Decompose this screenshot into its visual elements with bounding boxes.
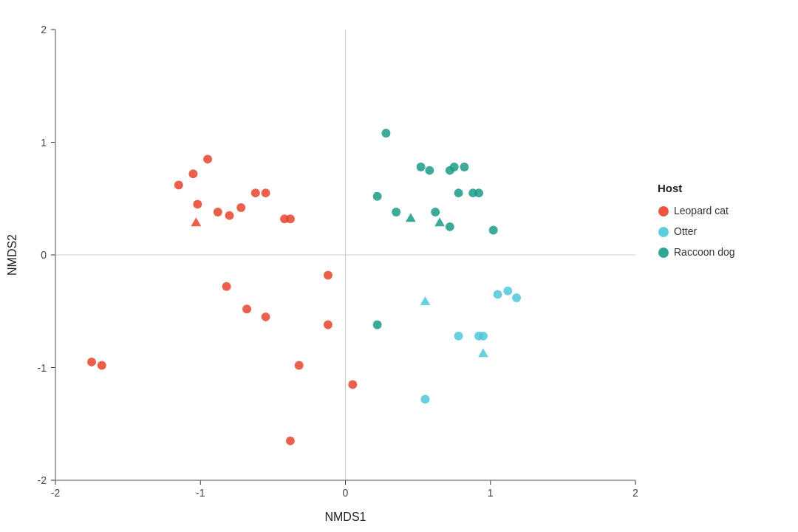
data-point	[262, 313, 270, 321]
data-point	[512, 293, 521, 302]
data-point	[417, 163, 426, 171]
svg-text:-2: -2	[51, 487, 61, 499]
data-point	[225, 211, 234, 220]
data-point	[489, 225, 498, 234]
data-point	[87, 358, 96, 366]
legend-title: Host	[658, 182, 682, 194]
data-point	[474, 188, 483, 197]
svg-text:NMDS2: NMDS2	[6, 234, 18, 276]
data-point	[460, 163, 468, 171]
data-point	[431, 208, 440, 216]
nmds-chart: -2-1012-2-1012NMDS1NMDS2HostLeopard catO…	[0, 0, 798, 532]
data-point	[454, 188, 463, 197]
data-point	[193, 200, 202, 208]
data-point	[450, 163, 459, 171]
svg-text:-1: -1	[38, 362, 47, 374]
data-point	[174, 180, 183, 189]
data-point	[98, 361, 106, 369]
data-point	[373, 192, 382, 201]
data-point	[236, 203, 245, 212]
data-point	[262, 188, 270, 197]
data-point	[381, 129, 390, 137]
legend-label-2: Raccoon dog	[674, 246, 735, 258]
svg-text:1: 1	[41, 137, 47, 149]
svg-text:0: 0	[343, 487, 349, 499]
legend-label-0: Leopard cat	[674, 205, 729, 216]
data-point	[295, 361, 304, 369]
svg-text:0: 0	[41, 249, 47, 261]
legend-icon-2	[658, 248, 669, 258]
svg-text:NMDS1: NMDS1	[324, 511, 366, 523]
svg-text:1: 1	[488, 487, 494, 499]
legend-icon-0	[658, 206, 669, 216]
legend-icon-1	[658, 227, 669, 237]
svg-rect-0	[0, 0, 798, 532]
data-point	[474, 332, 483, 341]
data-point	[324, 321, 332, 330]
chart-container: -2-1012-2-1012NMDS1NMDS2HostLeopard catO…	[0, 0, 798, 532]
data-point	[392, 208, 400, 216]
data-point	[286, 437, 295, 446]
data-point	[425, 166, 434, 175]
data-point	[446, 222, 454, 231]
data-point	[494, 290, 502, 299]
svg-text:2: 2	[632, 487, 638, 499]
data-point	[286, 214, 295, 223]
svg-text:-2: -2	[38, 474, 47, 486]
data-point	[454, 332, 463, 341]
legend-label-1: Otter	[674, 225, 697, 237]
data-point	[203, 154, 212, 163]
data-point	[242, 304, 251, 313]
data-point	[373, 321, 382, 330]
svg-text:2: 2	[41, 24, 47, 35]
data-point	[420, 395, 429, 403]
data-point	[251, 188, 260, 197]
data-point	[214, 208, 222, 216]
data-point	[348, 380, 357, 389]
data-point	[188, 169, 197, 178]
svg-text:-1: -1	[196, 487, 205, 499]
data-point	[324, 270, 332, 279]
data-point	[503, 287, 512, 296]
data-point	[222, 282, 231, 291]
